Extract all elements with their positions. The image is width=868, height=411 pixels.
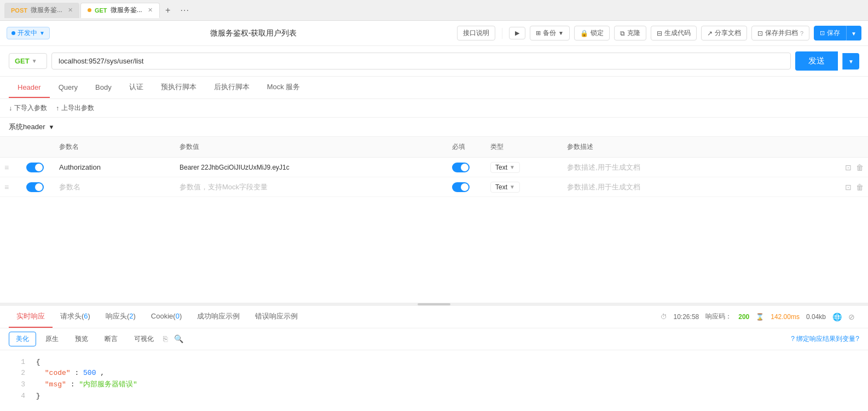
toolbar-sep-1 <box>502 28 502 39</box>
tab-get-close[interactable]: ✕ <box>148 7 153 14</box>
lock-button[interactable]: 🔒 锁定 <box>574 26 610 40</box>
row1-param-name: Authorization <box>55 161 175 173</box>
tab-post[interactable]: POST 微服务鉴... ✕ <box>4 3 79 18</box>
param-toolbar: ↓ 下导入参数 ↑ 上导出参数 <box>0 99 868 118</box>
row2-actions: ⊡ 🗑 <box>835 181 868 194</box>
col-param-name: 参数名 <box>55 140 175 154</box>
row2-param-value[interactable]: 参数值，支持Mock字段变量 <box>175 180 448 194</box>
gen-code-button[interactable]: ⊟ 生成代码 <box>651 26 697 40</box>
import-params-button[interactable]: ↓ 下导入参数 <box>9 103 47 113</box>
resp-tab-req-head[interactable]: 请求头(6) <box>53 306 98 328</box>
url-input[interactable] <box>51 53 791 70</box>
search-icon[interactable]: 🔍 <box>174 334 183 343</box>
code-line-4: 4 } <box>9 391 859 402</box>
resp-sub-tab-assert[interactable]: 断言 <box>97 332 125 346</box>
col-drag <box>0 140 22 154</box>
globe-icon[interactable]: 🌐 <box>832 312 842 321</box>
type-chevron: ▼ <box>510 164 515 170</box>
save-archive-button[interactable]: ⊡ 保存并归档 ? <box>751 26 809 40</box>
resp-tab-success-ex[interactable]: 成功响应示例 <box>189 306 247 328</box>
send-arrow-button[interactable]: ▼ <box>842 53 859 70</box>
row2-required[interactable] <box>448 180 486 194</box>
clock-icon: ⏱ <box>661 313 667 321</box>
col-required: 必填 <box>448 140 486 154</box>
send-button[interactable]: 发送 <box>795 51 838 71</box>
row1-drag[interactable]: ≡ <box>0 161 22 174</box>
response-meta: ⏱ 10:26:58 响应码： 200 ⌛ 142.00ms 0.04kb 🌐 … <box>661 312 859 321</box>
share-icon: ↗ <box>707 30 713 37</box>
tab-header[interactable]: Header <box>9 78 50 98</box>
resp-sub-tab-preview[interactable]: 预览 <box>68 332 95 346</box>
env-selector[interactable]: 开发中 ▼ <box>7 27 50 39</box>
backup-icon: ⊞ <box>536 30 541 37</box>
save-chevron: ▼ <box>851 31 857 37</box>
row2-param-name[interactable]: 参数名 <box>55 180 175 194</box>
clone-button[interactable]: ⧉ 克隆 <box>614 26 646 40</box>
save-button[interactable]: ⊡ 保存 <box>814 26 846 40</box>
api-name-input[interactable] <box>54 29 453 38</box>
resp-sub-tab-pretty[interactable]: 美化 <box>9 332 36 346</box>
row1-type-dropdown[interactable]: Text ▼ <box>490 162 520 173</box>
row1-delete-icon[interactable]: 🗑 <box>856 163 864 172</box>
row1-toggle[interactable] <box>22 160 55 175</box>
toolbar: 开发中 ▼ 接口说明 ▶ ⊞ 备份 ▼ 🔒 锁定 ⧉ 克隆 ⊟ 生成代码 ↗ <box>0 21 868 46</box>
request-tabs: Header Query Body 认证 预执行脚本 后执行脚本 Mock 服务 <box>0 77 868 99</box>
row1-required[interactable] <box>448 160 486 175</box>
row2-drag[interactable]: ≡ <box>0 181 22 194</box>
row2-type-dropdown[interactable]: Text ▼ <box>490 182 520 193</box>
row2-required-toggle[interactable] <box>452 182 470 192</box>
bind-var-button[interactable]: ? 绑定响应结果到变量? <box>791 334 859 344</box>
run-button[interactable]: ▶ <box>509 27 525 39</box>
row1-description[interactable]: 参数描述,用于生成文档 <box>563 160 835 175</box>
row2-copy-icon[interactable]: ⊡ <box>845 183 852 192</box>
resp-sub-tab-raw[interactable]: 原生 <box>38 332 66 346</box>
response-section: 实时响应 请求头(6) 响应头(2) Cookie(0) 成功响应示例 错误响应… <box>0 306 868 412</box>
row1-param-value[interactable]: Bearer 22JhbGciOiJIUzUxMiJ9.eyJ1c <box>175 161 350 173</box>
tab-add-button[interactable]: + <box>161 3 175 18</box>
resp-tab-resp-head[interactable]: 响应头(2) <box>98 306 143 328</box>
row1-copy-icon[interactable]: ⊡ <box>845 163 852 172</box>
tab-post-script[interactable]: 后执行脚本 <box>205 77 258 99</box>
interface-desc-button[interactable]: 接口说明 <box>457 26 495 40</box>
response-tabs: 实时响应 请求头(6) 响应头(2) Cookie(0) 成功响应示例 错误响应… <box>0 306 868 328</box>
tab-get-dot <box>88 8 91 12</box>
row2-enabled-toggle[interactable] <box>26 182 44 192</box>
row1-enabled-toggle[interactable] <box>26 163 44 172</box>
url-bar: GET ▼ 发送 ▼ <box>0 46 868 77</box>
block-icon[interactable]: ⊘ <box>848 312 855 321</box>
tab-pre-script[interactable]: 预执行脚本 <box>152 77 205 99</box>
sys-header-toggle[interactable]: 系统header ▼ <box>0 118 868 137</box>
tab-mock[interactable]: Mock 服务 <box>258 77 309 99</box>
backup-button[interactable]: ⊞ 备份 ▼ <box>530 26 570 40</box>
tab-more-button[interactable]: ··· <box>176 5 194 15</box>
scrollbar-thumb[interactable] <box>418 303 450 305</box>
tab-get[interactable]: GET 微服务鉴... ✕ <box>80 3 160 18</box>
row1-required-toggle[interactable] <box>452 163 470 172</box>
tab-auth[interactable]: 认证 <box>120 77 152 99</box>
lock-icon: 🔒 <box>580 30 588 37</box>
method-select[interactable]: GET ▼ <box>9 53 47 69</box>
resp-sub-tab-visual[interactable]: 可视化 <box>127 332 161 346</box>
code-line-3: 3 "msg" : "内部服务器错误" <box>9 379 859 391</box>
resp-tab-realtime[interactable]: 实时响应 <box>9 306 53 328</box>
share-button[interactable]: ↗ 分享文档 <box>701 26 747 40</box>
row2-description[interactable]: 参数描述,用于生成文档 <box>563 180 835 194</box>
save-arrow-button[interactable]: ▼ <box>846 26 861 40</box>
copy-icon[interactable]: ⎘ <box>163 334 167 343</box>
backup-chevron: ▼ <box>558 30 564 36</box>
row1-type[interactable]: Text ▼ <box>486 160 563 175</box>
tab-post-close[interactable]: ✕ <box>68 7 73 14</box>
code-area: 1 { 2 "code" : 500 , 3 "msg" : "内部服务器错误" <box>0 350 868 409</box>
export-params-button[interactable]: ↑ 上导出参数 <box>56 103 94 113</box>
resp-tab-cookie[interactable]: Cookie(0) <box>143 306 189 327</box>
resp-tab-error-ex[interactable]: 错误响应示例 <box>247 306 305 328</box>
table-row: ≡ Authorization Bearer 22JhbGciOiJIUzUxM… <box>0 158 868 177</box>
tab-body[interactable]: Body <box>86 78 120 98</box>
row2-type[interactable]: Text ▼ <box>486 180 563 195</box>
row2-toggle[interactable] <box>22 180 55 194</box>
send-chevron: ▼ <box>848 59 854 65</box>
import-icon: ↓ <box>9 105 12 112</box>
tab-query[interactable]: Query <box>50 78 86 98</box>
row2-delete-icon[interactable]: 🗑 <box>856 183 864 192</box>
params-table: 参数名 参数值 必填 类型 参数描述 ≡ A <box>0 137 868 197</box>
